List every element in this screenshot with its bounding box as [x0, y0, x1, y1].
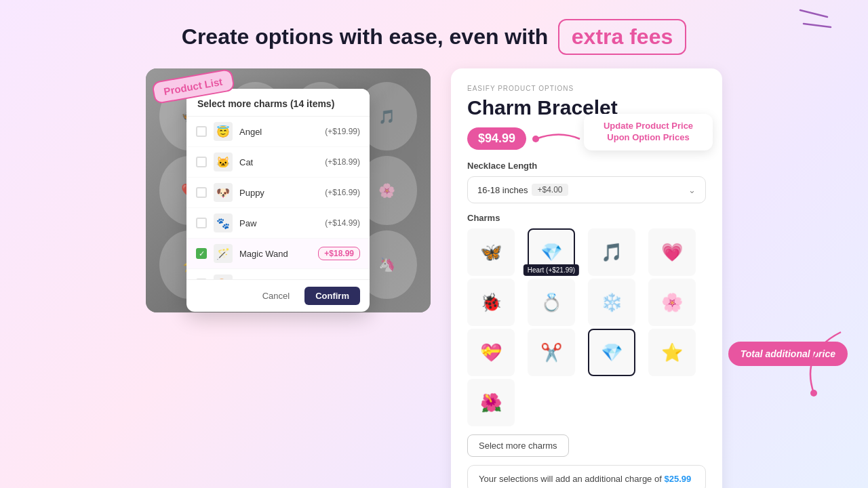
diamond-icon: 💎: [601, 342, 623, 363]
svg-point-1: [532, 136, 539, 142]
checkbox-angel[interactable]: [196, 126, 207, 137]
item-name-cat: Cat: [239, 157, 318, 167]
star-icon: ⭐: [661, 342, 683, 363]
snowflake-icon: ❄️: [601, 292, 623, 313]
item-name-angel: Angel: [239, 127, 318, 137]
item-name-paw: Paw: [239, 218, 318, 228]
ladybug-icon: 🐞: [480, 292, 502, 313]
item-name-magic-wand: Magic Wand: [239, 249, 311, 259]
ring-icon: 💍: [540, 292, 562, 313]
cancel-button[interactable]: Cancel: [253, 287, 299, 305]
list-item[interactable]: 🐾 Paw (+$14.99): [186, 208, 370, 239]
checkbox-magic-wand[interactable]: ✓: [196, 248, 207, 259]
necklace-price: +$4.00: [532, 184, 568, 196]
hibiscus-icon: 🌺: [480, 392, 502, 413]
item-name-puppy: Puppy: [239, 188, 318, 198]
list-item[interactable]: 🐶 Puppy (+$16.99): [186, 178, 370, 208]
list-item[interactable]: 🐱 Cat (+$18.99): [186, 147, 370, 178]
product-price-badge: $94.99: [467, 127, 526, 150]
item-price-paw: (+$14.99): [325, 218, 360, 228]
item-name-artist: Artist: [239, 279, 318, 280]
charms-grid: 🦋 💎 Heart (+$21.99) 🎵 💗 🐞 💍 ❄️ 🌸 💝 ✂️ 💎 …: [467, 228, 706, 426]
header-text: Create options with ease, even with: [182, 24, 549, 49]
header: Create options with ease, even with extr…: [0, 0, 868, 68]
charm-music[interactable]: 🎵: [588, 228, 635, 276]
charm-hibiscus[interactable]: 🌺: [467, 379, 515, 426]
charm-diamond[interactable]: 💎: [588, 329, 635, 376]
music-icon: 🎵: [601, 242, 623, 263]
magic-wand-icon: 🪄: [214, 244, 233, 263]
charge-amount: $25.99: [664, 474, 691, 484]
charm-pink-heart[interactable]: 💗: [648, 228, 696, 276]
charm-heart[interactable]: 💎 Heart (+$21.99): [528, 228, 575, 276]
item-price-magic-wand: +$18.99: [318, 247, 360, 260]
modal-item-list: 😇 Angel (+$19.99) 🐱 Cat (+$18.99) 🐶 Pupp…: [186, 117, 370, 279]
charm-select-modal: Select more charms (14 items) 😇 Angel (+…: [186, 89, 370, 312]
butterfly-icon: 🦋: [480, 242, 502, 263]
angel-icon: 😇: [214, 122, 233, 141]
chevron-down-icon: ⌄: [688, 185, 696, 195]
charm-star[interactable]: ⭐: [648, 329, 696, 376]
additional-charge-text: Your selections will add an additional c…: [479, 474, 662, 484]
price-arrow-svg: [529, 129, 590, 149]
list-item[interactable]: 😇 Angel (+$19.99): [186, 117, 370, 147]
charm-heart-tooltip: Heart (+$21.99): [524, 264, 579, 276]
checkbox-cat[interactable]: [196, 157, 207, 167]
charm-ladybug[interactable]: 🐞: [467, 279, 515, 326]
item-price-angel: (+$19.99): [325, 127, 360, 136]
charm-scissors[interactable]: ✂️: [528, 329, 575, 376]
checkbox-paw[interactable]: [196, 218, 207, 228]
charm-snowflake[interactable]: ❄️: [588, 279, 635, 326]
product-card: EASIFY PRODUCT OPTIONS Charm Bracelet $9…: [451, 68, 722, 488]
left-panel: Product List 🦋 💍 ⚙️ 🎵 ❤️ 🌟 💎 🌸 ⚡ 🎯 🐾 🦄: [146, 68, 431, 488]
right-panel: EASIFY PRODUCT OPTIONS Charm Bracelet $9…: [451, 68, 722, 488]
heart-icon: 💎: [540, 242, 562, 263]
cat-icon: 🐱: [214, 152, 233, 171]
charms-section-label: Charms: [467, 213, 706, 223]
charm-heart2[interactable]: 💝: [467, 329, 515, 376]
list-item[interactable]: 🎨 Artist (+$19.99): [186, 269, 370, 279]
charm-ring[interactable]: 💍: [528, 279, 575, 326]
charm-flower[interactable]: 🌸: [648, 279, 696, 326]
pink-heart-icon: 💗: [661, 242, 683, 263]
paw-icon: 🐾: [214, 214, 233, 232]
artist-icon: 🎨: [214, 274, 233, 279]
update-price-bubble: Update Product Price Upon Option Prices: [584, 114, 713, 150]
item-price-puppy: (+$16.99): [325, 188, 360, 197]
necklace-dropdown[interactable]: 16-18 inches +$4.00 ⌄: [467, 176, 706, 203]
main-content: Product List 🦋 💍 ⚙️ 🎵 ❤️ 🌟 💎 🌸 ⚡ 🎯 🐾 🦄: [0, 68, 868, 488]
necklace-selected-text: 16-18 inches: [477, 185, 528, 195]
select-more-button[interactable]: Select more charms: [467, 434, 569, 457]
flower-icon: 🌸: [661, 292, 683, 313]
store-label: EASIFY PRODUCT OPTIONS: [467, 85, 706, 92]
extra-fees-highlight: extra fees: [558, 19, 686, 55]
checkbox-artist[interactable]: [196, 279, 207, 279]
confirm-button[interactable]: Confirm: [304, 287, 360, 305]
list-item[interactable]: ✓ 🪄 Magic Wand +$18.99: [186, 239, 370, 269]
scissors-icon: ✂️: [540, 342, 562, 363]
puppy-icon: 🐶: [214, 183, 233, 202]
total-price-badge: Total additional price: [728, 342, 848, 366]
necklace-length-label: Necklace Length: [467, 161, 706, 171]
checkbox-puppy[interactable]: [196, 187, 207, 198]
heart2-icon: 💝: [480, 342, 502, 363]
additional-charge-notice: Your selections will add an additional c…: [467, 465, 706, 488]
price-row: $94.99 Update Product Price Upon Option …: [467, 127, 706, 150]
item-price-cat: (+$18.99): [325, 157, 360, 167]
modal-footer: Cancel Confirm: [186, 279, 370, 312]
charm-butterfly[interactable]: 🦋: [467, 228, 515, 276]
